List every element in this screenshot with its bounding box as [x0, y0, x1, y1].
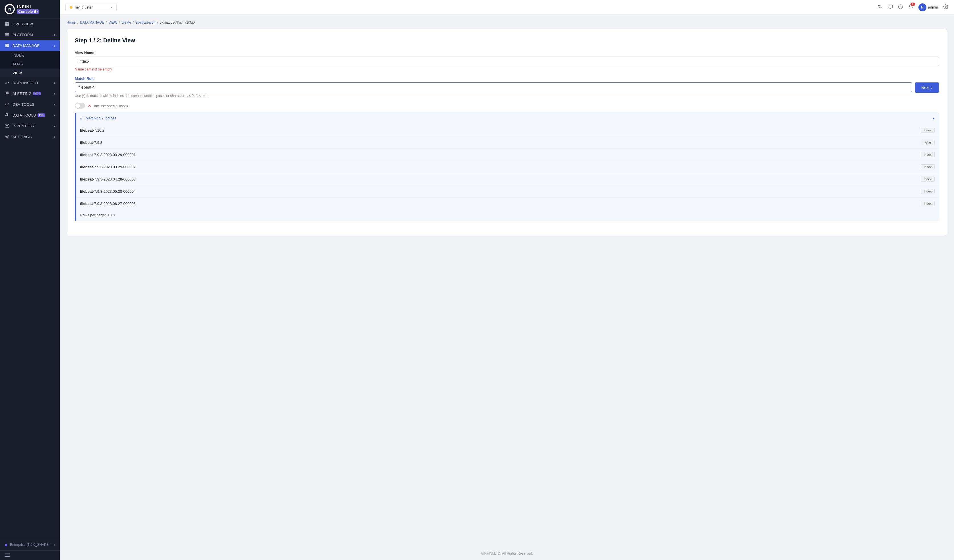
breadcrumb-home[interactable]: Home — [67, 20, 76, 25]
svg-rect-5 — [5, 34, 9, 36]
sidebar-item-data-tools[interactable]: DATA TOOLS Pro ▾ — [0, 110, 60, 121]
next-button[interactable]: Next › — [915, 82, 939, 93]
index-name: filebeat-7.9.3-2023.04.28-000003 — [76, 173, 718, 185]
svg-point-18 — [945, 6, 946, 8]
index-badge-cell: Index — [718, 198, 938, 210]
logo-console-text: Console — [17, 9, 39, 14]
sidebar-item-alias[interactable]: ALIAS — [0, 60, 60, 68]
admin-avatar: N — [918, 3, 926, 11]
index-badge-cell: Index — [718, 173, 938, 185]
chart-icon — [5, 80, 10, 85]
chevron-down-icon: ▾ — [54, 81, 55, 84]
breadcrumb-id: cicmaq53q95ich72l3q0 — [160, 20, 195, 25]
sidebar-item-view[interactable]: VIEW — [0, 68, 60, 77]
admin-menu[interactable]: N admin — [918, 3, 938, 11]
table-row: filebeat-7.9.3 Alias — [76, 137, 938, 149]
translate-icon[interactable] — [878, 4, 882, 11]
indices-list: filebeat-7.10.2 Index filebeat-7.9.3 Ali… — [76, 124, 938, 210]
view-name-error: Name cant not be empty — [75, 67, 939, 72]
sidebar-item-index-label: INDEX — [12, 53, 24, 58]
logo: INFINI Console — [0, 0, 60, 19]
chevron-down-icon: ▾ — [54, 33, 55, 36]
chevron-right-icon: › — [54, 543, 55, 547]
match-rule-row: Next › — [75, 82, 939, 93]
x-icon: ✕ — [88, 104, 91, 108]
breadcrumb-view[interactable]: VIEW — [109, 20, 117, 25]
index-name: filebeat-7.9.3 — [76, 137, 718, 149]
gear-icon[interactable] — [943, 4, 948, 11]
special-index-toggle[interactable] — [75, 103, 85, 109]
diamond-icon: ◆ — [5, 542, 8, 547]
sidebar-item-alerting-label: ALERTING — [12, 92, 31, 96]
view-name-input[interactable] — [75, 57, 939, 66]
topbar-actions: 9 N admin — [878, 3, 948, 11]
sidebar-item-settings[interactable]: SETTINGS ▾ — [0, 131, 60, 142]
footer: ©INFINI.LTD, All Rights Reserved. — [60, 547, 954, 560]
sidebar-item-inventory[interactable]: INVENTORY ▾ — [0, 121, 60, 131]
sidebar-menu-icon-bar[interactable] — [0, 550, 60, 560]
rows-per-page[interactable]: Rows per page: 10 ▾ — [76, 210, 938, 221]
breadcrumb-elasticsearch[interactable]: elasticsearch — [136, 20, 155, 25]
match-rule-hint: Use (*) to match multiple indices and ca… — [75, 94, 939, 98]
index-badge-cell: Index — [718, 149, 938, 161]
next-button-label: Next — [921, 85, 929, 90]
sidebar-item-data-insight[interactable]: DATA INSIGHT ▾ — [0, 77, 60, 88]
sidebar-item-platform[interactable]: PLATFORM ▾ — [0, 29, 60, 40]
matching-section: ✓ Matching 7 indices ▴ filebeat-7.10.2 I… — [75, 113, 939, 221]
help-icon[interactable] — [898, 4, 903, 11]
cluster-selector[interactable]: my_cluster ▾ — [65, 3, 117, 11]
sidebar-item-overview[interactable]: OVERVIEW — [0, 19, 60, 29]
sidebar-item-dev-tools-label: DEV TOOLS — [12, 102, 34, 107]
sidebar-item-alias-label: ALIAS — [12, 62, 23, 66]
table-row: filebeat-7.9.3-2023.05.28-000004 Index — [76, 185, 938, 198]
sidebar-item-platform-label: PLATFORM — [12, 33, 33, 37]
chevron-down-icon: ▾ — [54, 103, 55, 106]
topbar: my_cluster ▾ 9 N admin — [60, 0, 954, 15]
admin-label: admin — [928, 5, 938, 9]
sidebar-item-data-manage-label: DATA MANAGE — [12, 44, 39, 48]
svg-rect-11 — [5, 555, 10, 555]
match-rule-group: Match Rule Next › Use (*) to match multi… — [75, 76, 939, 98]
chevron-up-icon: ▴ — [933, 116, 935, 120]
indices-table: filebeat-7.10.2 Index filebeat-7.9.3 Ali… — [76, 124, 938, 210]
sidebar-item-view-label: VIEW — [12, 71, 22, 75]
sidebar-item-index[interactable]: INDEX — [0, 51, 60, 60]
matching-header[interactable]: ✓ Matching 7 indices ▴ — [76, 113, 938, 123]
sidebar-item-dev-tools[interactable]: DEV TOOLS ▾ — [0, 99, 60, 110]
index-badge-cell: Alias — [718, 137, 938, 149]
sidebar-item-alerting[interactable]: ALERTING Pro ▾ — [0, 88, 60, 99]
index-name: filebeat-7.9.3-2023.06.27-000005 — [76, 198, 718, 210]
chevron-up-icon: ▴ — [54, 44, 55, 47]
grid-icon — [5, 21, 10, 26]
sidebar-bottom-enterprise[interactable]: ◆ Enterprise (1.5.0_SNAPS... › — [0, 539, 60, 550]
match-rule-label: Match Rule — [75, 76, 939, 81]
rows-per-page-label: Rows per page: — [80, 213, 106, 217]
index-badge-cell: Index — [718, 161, 938, 173]
breadcrumb-data-manage[interactable]: DATA MANAGE — [80, 20, 104, 25]
svg-point-17 — [900, 8, 901, 8]
chevron-down-icon: ▾ — [54, 92, 55, 95]
sidebar-sub-menu: INDEX ALIAS VIEW — [0, 51, 60, 77]
chevron-down-icon: ▾ — [54, 114, 55, 117]
check-icon: ✓ — [80, 116, 83, 120]
monitor-icon[interactable] — [888, 4, 893, 11]
sidebar-item-data-manage[interactable]: DATA MANAGE ▴ — [0, 40, 60, 51]
matching-count-label: Matching 7 indices — [86, 116, 116, 120]
index-name: filebeat-7.9.3-2023.03.29-000001 — [76, 149, 718, 161]
sidebar-item-inventory-label: INVENTORY — [12, 124, 35, 128]
database-icon — [5, 43, 10, 48]
table-row: filebeat-7.9.3-2023.06.27-000005 Index — [76, 198, 938, 210]
breadcrumb-create[interactable]: create — [122, 20, 131, 25]
define-view-card: Step 1 / 2: Define View View Name Name c… — [67, 29, 947, 235]
index-name: filebeat-7.9.3-2023.05.28-000004 — [76, 185, 718, 198]
notification-icon[interactable]: 9 — [908, 4, 913, 11]
notification-badge: 9 — [910, 3, 915, 6]
match-rule-input[interactable] — [75, 82, 912, 92]
svg-rect-6 — [5, 36, 9, 36]
logo-icon — [5, 4, 15, 14]
svg-rect-2 — [5, 24, 7, 26]
svg-rect-4 — [5, 33, 9, 34]
table-row: filebeat-7.10.2 Index — [76, 124, 938, 137]
next-arrow-icon: › — [931, 85, 933, 90]
table-row: filebeat-7.9.3-2023.04.28-000003 Index — [76, 173, 938, 185]
